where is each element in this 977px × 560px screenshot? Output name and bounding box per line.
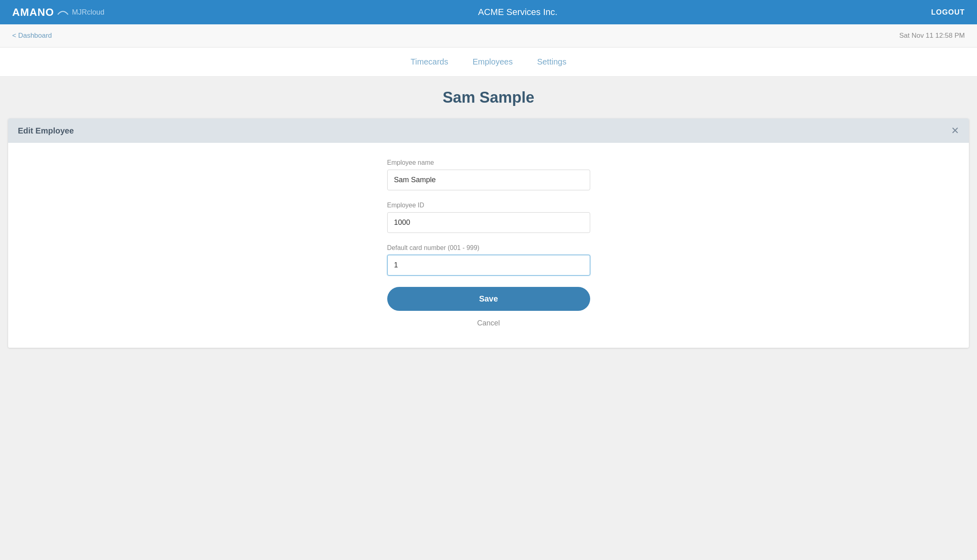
page-title: Sam Sample (0, 89, 977, 106)
logo-mjrcloud-text: MJRcloud (72, 8, 104, 17)
tab-timecards[interactable]: Timecards (411, 56, 449, 68)
breadcrumb-datetime: Sat Nov 11 12:58 PM (899, 32, 965, 40)
employee-id-input[interactable] (387, 212, 590, 233)
tab-employees[interactable]: Employees (472, 56, 513, 68)
employee-name-input[interactable] (387, 170, 590, 190)
logout-button[interactable]: LOGOUT (931, 8, 965, 17)
close-button[interactable]: ✕ (951, 126, 959, 136)
employee-id-group: Employee ID (387, 202, 590, 233)
edit-card-header: Edit Employee ✕ (8, 118, 969, 143)
logo: AMANO MJRcloud (12, 6, 104, 19)
default-card-input[interactable] (387, 255, 590, 276)
breadcrumb-back[interactable]: Dashboard (12, 32, 52, 40)
tab-bar: Timecards Employees Settings (0, 47, 977, 77)
breadcrumb-bar: Dashboard Sat Nov 11 12:58 PM (0, 24, 977, 47)
default-card-group: Default card number (001 - 999) (387, 244, 590, 276)
employee-id-label: Employee ID (387, 202, 590, 209)
edit-employee-card: Edit Employee ✕ Employee name Employee I… (8, 118, 969, 348)
logo-amano-text: AMANO (12, 6, 54, 19)
header: AMANO MJRcloud ACME Services Inc. LOGOUT (0, 0, 977, 24)
header-title: ACME Services Inc. (478, 7, 558, 17)
employee-name-label: Employee name (387, 159, 590, 166)
default-card-label: Default card number (001 - 999) (387, 244, 590, 252)
page-content: Sam Sample Edit Employee ✕ Employee name… (0, 77, 977, 560)
logo-arc-icon (56, 9, 69, 16)
save-button[interactable]: Save (387, 287, 590, 311)
edit-card-body: Employee name Employee ID Default card n… (8, 143, 969, 348)
tab-settings[interactable]: Settings (537, 56, 566, 68)
cancel-button[interactable]: Cancel (477, 319, 500, 327)
employee-name-group: Employee name (387, 159, 590, 190)
edit-card-title: Edit Employee (18, 126, 74, 136)
